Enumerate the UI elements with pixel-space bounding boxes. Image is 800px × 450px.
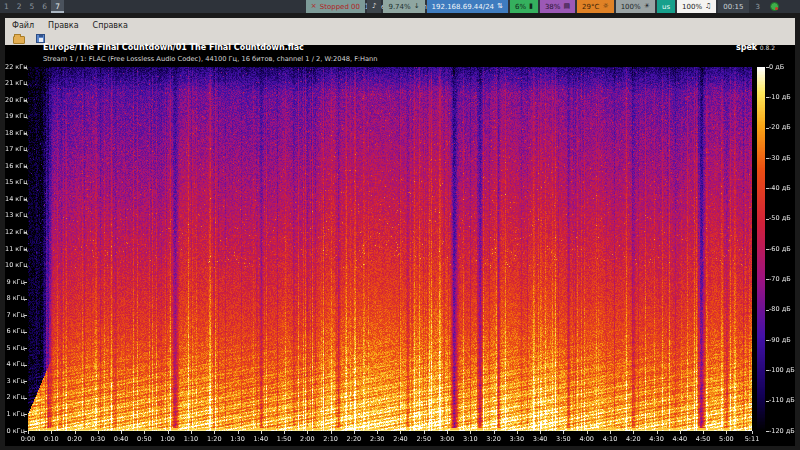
keyboard-layout-block-label: us <box>662 3 670 11</box>
tray-count-block-label: 3 <box>756 3 760 11</box>
freq-tick-label: 8 кГц <box>5 295 25 302</box>
time-tick <box>610 431 611 434</box>
freq-tick-label: 7 кГц <box>5 312 25 319</box>
speaker-icon: ♫ <box>705 3 711 10</box>
freq-tick-label: 10 кГц <box>5 262 25 269</box>
mpd-status-block[interactable]: ×Stopped 00 <box>306 0 365 13</box>
menu-item-2[interactable]: Справка <box>93 21 128 30</box>
menu-item-0[interactable]: Файл <box>12 21 34 30</box>
time-tick-label: 0:10 <box>39 436 63 443</box>
brightness-block[interactable]: 100%☀ <box>616 0 655 13</box>
memory-block[interactable]: 38%▤ <box>540 0 575 13</box>
workspace-5[interactable]: 5 <box>26 0 39 13</box>
open-file-button[interactable] <box>12 33 25 44</box>
db-tick-label: -30 дБ <box>769 155 791 162</box>
volume-block-label: 100% <box>682 3 702 11</box>
brightness-block-label: 100% <box>621 3 641 11</box>
clock-block[interactable]: 00:15 <box>718 0 748 13</box>
time-tick-label: 0:00 <box>16 436 40 443</box>
tray-count-block[interactable]: 3 <box>751 0 765 13</box>
time-tick-label: 3:30 <box>505 436 529 443</box>
freq-tick <box>24 249 27 250</box>
keyboard-layout-block[interactable]: us <box>657 0 675 13</box>
db-legend-gradient <box>757 67 765 431</box>
time-tick-label: 4:50 <box>691 436 715 443</box>
time-tick <box>752 431 753 434</box>
time-tick-label: 5:11 <box>740 436 764 443</box>
freq-tick-label: 13 кГц <box>5 212 25 219</box>
memory-block-label: 38% <box>545 3 561 11</box>
cpu-block[interactable]: 6%▮ <box>510 0 538 13</box>
time-tick <box>261 431 262 434</box>
time-tick <box>121 431 122 434</box>
spectrogram <box>28 67 752 431</box>
memory-icon: ▤ <box>563 3 570 10</box>
time-tick <box>144 431 145 434</box>
db-tick <box>766 67 769 68</box>
time-tick <box>540 431 541 434</box>
freq-tick <box>24 84 27 85</box>
db-tick <box>766 401 769 402</box>
menu-item-1[interactable]: Правка <box>48 21 78 30</box>
disk-block[interactable]: 9.74%↓ <box>383 0 424 13</box>
db-tick <box>766 249 769 250</box>
time-tick <box>587 431 588 434</box>
freq-tick-label: 12 кГц <box>5 229 25 236</box>
freq-tick <box>24 150 27 151</box>
time-tick-label: 2:40 <box>388 436 412 443</box>
workspace-7[interactable]: 7 <box>51 0 64 13</box>
time-tick <box>75 431 76 434</box>
freq-tick-label: 9 кГц <box>5 279 25 286</box>
freq-tick-label: 18 кГц <box>5 130 25 137</box>
db-tick <box>766 340 769 341</box>
time-tick <box>517 431 518 434</box>
cpu-block-label: 6% <box>515 3 526 11</box>
db-tick <box>766 128 769 129</box>
time-tick <box>680 431 681 434</box>
freq-tick-label: 3 кГц <box>5 378 25 385</box>
db-tick <box>766 279 769 280</box>
time-tick <box>400 431 401 434</box>
time-tick-label: 4:20 <box>621 436 645 443</box>
time-tick <box>238 431 239 434</box>
time-tick <box>726 431 727 434</box>
time-tick-label: 1:50 <box>272 436 296 443</box>
time-tick-label: 1:00 <box>156 436 180 443</box>
workspace-2[interactable]: 2 <box>13 0 26 13</box>
stream-info: Stream 1 / 1: FLAC (Free Lossless Audio … <box>43 55 378 63</box>
db-tick-label: -20 дБ <box>769 124 791 131</box>
mpd-status-block-label: Stopped 00 <box>320 3 360 11</box>
db-tick-label: -100 дБ <box>769 367 795 374</box>
db-tick-label: -50 дБ <box>769 215 791 222</box>
db-tick-label: -10 дБ <box>769 94 791 101</box>
db-tick <box>766 158 769 159</box>
time-tick <box>307 431 308 434</box>
bar-spacer <box>784 0 800 13</box>
note-icon: ♪ <box>372 3 376 10</box>
time-tick <box>703 431 704 434</box>
freq-tick-label: 4 кГц <box>5 361 25 368</box>
temperature-block[interactable]: 29°C☼ <box>577 0 614 13</box>
db-tick-label: 0 дБ <box>769 64 784 71</box>
time-tick-label: 4:10 <box>598 436 622 443</box>
time-tick <box>168 431 169 434</box>
time-tick <box>633 431 634 434</box>
temperature-icon: ☼ <box>602 3 608 10</box>
notify-block[interactable]: ♪ <box>367 0 381 13</box>
freq-tick <box>24 117 27 118</box>
workspace-1[interactable]: 1 <box>0 0 13 13</box>
disk-block-label: 9.74% <box>388 3 410 11</box>
workspace-6[interactable]: 6 <box>38 0 51 13</box>
tray-icon[interactable] <box>770 2 779 11</box>
network-block[interactable]: 192.168.69.44/24⇅ <box>427 0 508 13</box>
time-tick-label: 3:10 <box>458 436 482 443</box>
time-tick-label: 4:30 <box>645 436 669 443</box>
time-tick-label: 2:00 <box>295 436 319 443</box>
db-tick <box>766 219 769 220</box>
volume-block[interactable]: 100%♫ <box>677 0 716 13</box>
freq-tick-label: 1 кГц <box>5 411 25 418</box>
network-block-label: 192.168.69.44/24 <box>432 3 494 11</box>
desktop: 12567 Spek - 01 The Final Countdown.flac… <box>0 0 800 450</box>
time-tick-label: 0:20 <box>63 436 87 443</box>
app-name: spek <box>736 43 757 52</box>
